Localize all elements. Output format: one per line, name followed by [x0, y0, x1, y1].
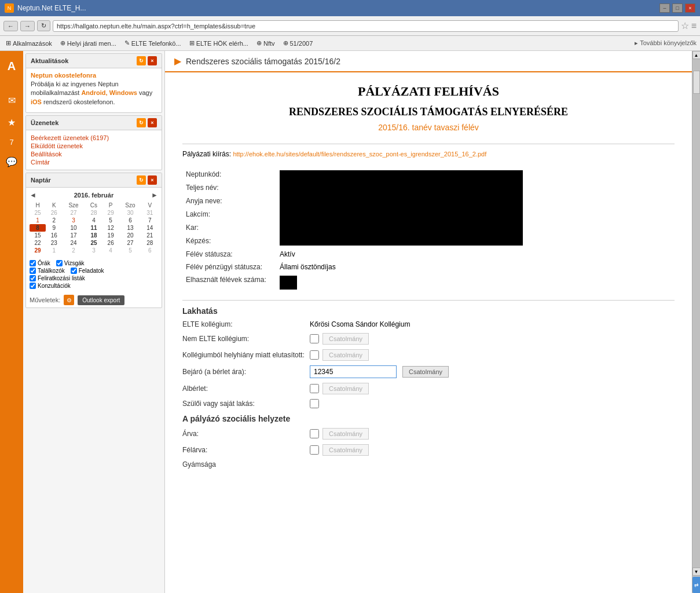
beerkezett-link[interactable]: Beérkezett üzenetek (6197)	[31, 134, 157, 142]
calendar-day[interactable]: 9	[46, 224, 62, 232]
calendar-day[interactable]: 7	[142, 217, 158, 224]
calendar-day[interactable]: 29	[30, 247, 46, 254]
calendar-day[interactable]: 28	[142, 239, 158, 247]
calendar-day[interactable]: 10	[62, 224, 85, 232]
sidebar-icon-calendar[interactable]: 7	[5, 136, 19, 148]
calendar-day[interactable]: 28	[85, 209, 102, 217]
calendar-prev-btn[interactable]: ◄	[30, 191, 36, 199]
bejaro-input[interactable]	[310, 365, 397, 378]
bookmarks-more[interactable]: ▸ További könyvjelzők	[635, 39, 697, 47]
uzenetek-refresh-icon[interactable]: ↻	[137, 118, 146, 127]
kollegiumbol-checkbox[interactable]	[310, 350, 319, 360]
bookmark-51[interactable]: ⊕ 51/2007	[281, 39, 316, 47]
calendar-day[interactable]: 12	[102, 224, 119, 232]
calendar-day[interactable]: 3	[85, 247, 102, 254]
forward-button[interactable]: →	[20, 21, 35, 31]
nem-elte-checkbox[interactable]	[310, 334, 319, 343]
calendar-day[interactable]: 6	[119, 217, 142, 224]
beallitasok-link[interactable]: Beállítások	[31, 150, 157, 158]
cal-check-feladatok[interactable]: Feladatok	[71, 268, 104, 274]
uzenetek-close-icon[interactable]: ×	[148, 118, 157, 127]
sidebar-icon-messages[interactable]: ✉	[3, 91, 20, 109]
cal-check-konzultaciok[interactable]: Konzultációk	[30, 283, 71, 289]
calendar-day[interactable]: 5	[102, 217, 119, 224]
calendar-day[interactable]: 25	[85, 239, 102, 247]
naptar-refresh-icon[interactable]: ↻	[137, 175, 146, 185]
calendar-day[interactable]: 13	[119, 224, 142, 232]
scroll-thumb[interactable]	[693, 71, 700, 94]
cal-check-feliratkozasi[interactable]: Feliratkozási listák	[30, 275, 85, 281]
calendar-day[interactable]: 14	[142, 224, 158, 232]
refresh-button[interactable]: ↻	[37, 20, 50, 31]
back-button[interactable]: ←	[3, 21, 18, 31]
calendar-day[interactable]: 23	[46, 239, 62, 247]
ios-link[interactable]: iOS	[31, 98, 42, 105]
calendar-day[interactable]: 2	[46, 217, 62, 224]
calendar-day[interactable]: 4	[85, 217, 102, 224]
cal-check-talalkozok[interactable]: Találkozók	[30, 268, 65, 274]
calendar-next-btn[interactable]: ►	[151, 191, 158, 199]
calendar-day[interactable]: 5	[119, 247, 142, 254]
calendar-day[interactable]: 16	[46, 232, 62, 239]
aktualitasok-refresh-icon[interactable]: ↻	[137, 56, 146, 65]
bookmark-nftv[interactable]: ⊕ Nftv	[254, 39, 277, 47]
minimize-button[interactable]: –	[659, 3, 670, 13]
outlook-export-button[interactable]: Outlook export	[78, 295, 124, 305]
scroll-up-btn[interactable]: ▲	[692, 51, 701, 59]
menu-icon[interactable]: ≡	[691, 21, 697, 31]
calendar-day[interactable]: 1	[30, 217, 46, 224]
calendar-day[interactable]: 11	[85, 224, 102, 232]
bejaro-csatolmany-btn[interactable]: Csatolmány	[402, 366, 449, 378]
calendar-day[interactable]: 6	[142, 247, 158, 254]
naptar-close-icon[interactable]: ×	[148, 175, 157, 185]
neptun-phone-link[interactable]: Neptun okostelefonra	[31, 72, 157, 79]
bookmark-helyi[interactable]: ⊕ Helyi járati men...	[58, 39, 119, 47]
aktualitasok-close-icon[interactable]: ×	[148, 56, 157, 65]
side-widget[interactable]: ⇄	[692, 577, 701, 593]
calendar-day[interactable]: 26	[46, 209, 62, 217]
calendar-day[interactable]: 29	[102, 209, 119, 217]
calendar-day[interactable]: 3	[62, 217, 85, 224]
calendar-day[interactable]: 1	[46, 247, 62, 254]
calendar-day[interactable]: 31	[142, 209, 158, 217]
muveletek-icon[interactable]: ⚙	[64, 295, 74, 305]
close-button[interactable]: ×	[685, 3, 695, 13]
calendar-day[interactable]: 19	[102, 232, 119, 239]
calendar-day[interactable]: 30	[119, 209, 142, 217]
bookmark-elte-hok[interactable]: ⊞ ELTE HÖK elérh...	[187, 39, 251, 47]
elkuldott-link[interactable]: Elküldött üzenetek	[31, 142, 157, 150]
alberlet-checkbox[interactable]	[310, 384, 319, 393]
sidebar-icon-favorites[interactable]: ★	[3, 114, 20, 131]
sidebar-icon-chat[interactable]: 💬	[3, 153, 20, 170]
szuloi-checkbox[interactable]	[310, 399, 319, 408]
bookmark-apps[interactable]: ⊞ Alkalmazások	[3, 39, 54, 47]
cal-check-orak[interactable]: Órák	[30, 260, 50, 266]
calendar-day[interactable]: 18	[85, 232, 102, 239]
calendar-day[interactable]: 4	[102, 247, 119, 254]
android-link[interactable]: Android,	[81, 89, 107, 96]
palyazati-kiiras-link[interactable]: http://ehok.elte.hu/sites/default/files/…	[233, 151, 486, 158]
address-bar[interactable]	[53, 20, 679, 32]
scroll-down-btn[interactable]: ▼	[692, 568, 701, 576]
calendar-day[interactable]: 24	[62, 239, 85, 247]
calendar-day[interactable]: 8	[30, 224, 46, 232]
arva-checkbox[interactable]	[310, 429, 319, 438]
cimtar-link[interactable]: Címtár	[31, 158, 157, 166]
felarva-checkbox[interactable]	[310, 445, 319, 455]
cal-check-vizsgak[interactable]: Vizsgák	[56, 260, 85, 266]
bookmark-elte-tel[interactable]: ✎ ELTE Telefonkö...	[122, 39, 184, 47]
windows-link[interactable]: Windows	[109, 89, 137, 96]
calendar-day[interactable]: 15	[30, 232, 46, 239]
star-icon[interactable]: ☆	[681, 20, 689, 31]
calendar-day[interactable]: 27	[62, 209, 85, 217]
maximize-button[interactable]: □	[672, 3, 683, 13]
calendar-day[interactable]: 17	[62, 232, 85, 239]
calendar-day[interactable]: 22	[30, 239, 46, 247]
calendar-day[interactable]: 25	[30, 209, 46, 217]
calendar-day[interactable]: 27	[119, 239, 142, 247]
calendar-day[interactable]: 20	[119, 232, 142, 239]
calendar-day[interactable]: 26	[102, 239, 119, 247]
scrollbar[interactable]: ▲ ▼ ⇄	[692, 51, 700, 593]
calendar-day[interactable]: 2	[62, 247, 85, 254]
calendar-day[interactable]: 21	[142, 232, 158, 239]
